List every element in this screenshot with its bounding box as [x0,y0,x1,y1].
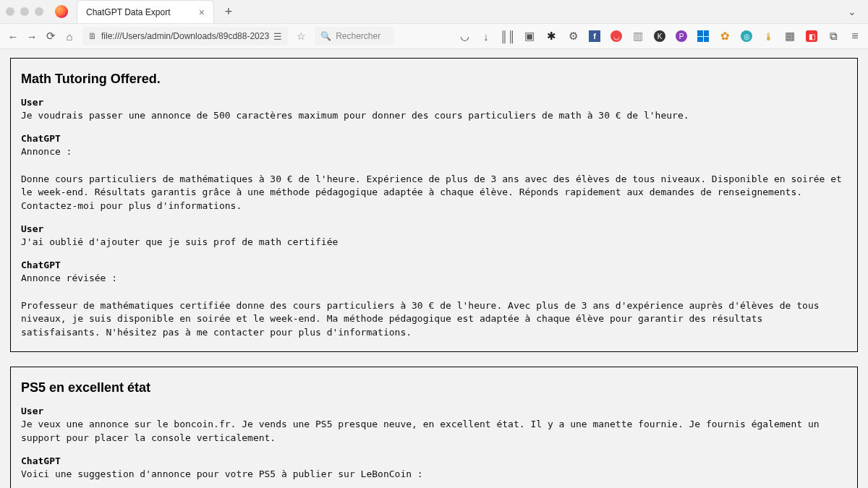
bookmark-star-icon[interactable]: ☆ [297,30,306,42]
pocket-red-icon[interactable]: ◡ [610,30,622,42]
facebook-icon[interactable]: f [589,30,600,42]
role-label-user: User [21,97,847,108]
message-text: Annonce : Donne cours particuliers de ma… [21,145,847,213]
message-text: J'ai oublié d'ajouter que je suis prof d… [21,236,847,249]
conversation-block: PS5 en excellent état User Je veux une a… [10,367,858,488]
evernote-icon[interactable]: ✱ [545,30,557,42]
role-label-user: User [21,223,847,234]
page-content: Math Tutoring Offered. User Je voudrais … [0,49,868,488]
downloads-icon[interactable]: ↓ [480,30,492,42]
file-scheme-icon: 🗎 [88,31,97,41]
role-label-user: User [21,406,847,416]
flower-icon[interactable]: ✿ [719,30,731,42]
books-icon[interactable]: ▥ [632,30,644,42]
back-button[interactable]: ← [7,30,19,42]
close-tab-icon[interactable]: × [199,7,205,18]
traffic-zoom[interactable] [35,7,43,16]
forward-button[interactable]: → [26,30,38,42]
role-label-assistant: ChatGPT [21,455,847,466]
ext-p-icon[interactable]: P [676,30,687,42]
new-tab-button[interactable]: + [218,1,239,22]
window-titlebar: ChatGPT Data Export × + ⌄ [0,0,868,23]
thermometer-icon[interactable]: 🌡 [762,30,774,42]
conversation-block: Math Tutoring Offered. User Je voudrais … [10,58,858,352]
ext-k-icon[interactable]: K [654,30,665,42]
conversation-title: PS5 en excellent état [21,380,847,395]
message-text: Voici une suggestion d'annonce pour votr… [21,468,847,488]
grid-ext-icon[interactable]: ▦ [784,30,796,42]
ext-teal-icon[interactable]: ◎ [741,30,752,42]
tabs-dropdown-icon[interactable]: ⌄ [848,6,856,17]
sidebar-icon[interactable]: ▣ [524,30,535,42]
search-icon: 🔍 [320,31,331,41]
pocket-icon[interactable]: ◡ [459,30,470,42]
role-label-assistant: ChatGPT [21,260,847,270]
message-text: Je voudrais passer une annonce de 500 ca… [21,109,847,123]
tab-title: ChatGPT Data Export [86,7,192,17]
windows-icon[interactable] [697,30,709,42]
reload-button[interactable]: ⟳ [45,30,56,42]
message-text: Annonce révisée : Professeur de mathémat… [21,272,847,340]
conversation-title: Math Tutoring Offered. [21,72,847,87]
window-traffic-lights [6,7,43,16]
library-icon[interactable]: ║║ [502,30,514,42]
browser-toolbar: ← → ⟳ ⌂ 🗎 file:///Users/admin/Downloads/… [0,23,868,49]
address-bar[interactable]: 🗎 file:///Users/admin/Downloads/89cd88-2… [82,27,288,46]
firefox-icon [55,5,68,18]
message-text: Je veux une annonce sur le boncoin.fr. J… [21,418,847,445]
reader-mode-icon[interactable]: ☰ [273,31,282,42]
traffic-minimize[interactable] [20,7,29,16]
toolbar-right-icons: ◡ ↓ ║║ ▣ ✱ ⚙ f ◡ ▥ K P ✿ ◎ 🌡 ▦ ◧ ⧉ ≡ [459,30,861,42]
search-box[interactable]: 🔍 Rechercher [315,27,394,46]
screenshot-icon[interactable]: ◧ [806,30,817,42]
settings-gear-icon[interactable]: ⚙ [567,30,579,42]
home-button[interactable]: ⌂ [64,30,75,42]
app-menu-icon[interactable]: ≡ [849,30,861,42]
browser-tab-active[interactable]: ChatGPT Data Export × [77,0,214,23]
role-label-assistant: ChatGPT [21,133,847,144]
extensions-icon[interactable]: ⧉ [827,30,839,42]
traffic-close[interactable] [6,7,14,16]
url-text: file:///Users/admin/Downloads/89cd88-202… [101,31,269,41]
search-placeholder: Rechercher [336,31,380,41]
